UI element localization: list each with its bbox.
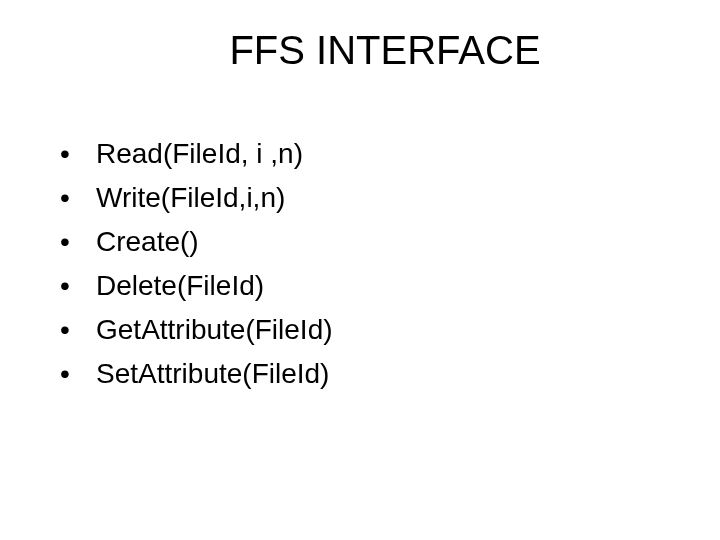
bullet-text: Create()	[96, 221, 680, 263]
bullet-text: Write(FileId,i,n)	[96, 177, 680, 219]
bullet-icon: •	[60, 177, 96, 219]
list-item: • Write(FileId,i,n)	[60, 177, 680, 219]
list-item: • SetAttribute(FileId)	[60, 353, 680, 395]
bullet-icon: •	[60, 353, 96, 395]
bullet-text: SetAttribute(FileId)	[96, 353, 680, 395]
bullet-icon: •	[60, 221, 96, 263]
slide: FFS INTERFACE • Read(FileId, i ,n) • Wri…	[0, 0, 720, 540]
bullet-text: GetAttribute(FileId)	[96, 309, 680, 351]
bullet-icon: •	[60, 309, 96, 351]
bullet-icon: •	[60, 265, 96, 307]
bullet-list: • Read(FileId, i ,n) • Write(FileId,i,n)…	[40, 133, 680, 395]
list-item: • GetAttribute(FileId)	[60, 309, 680, 351]
bullet-text: Read(FileId, i ,n)	[96, 133, 680, 175]
list-item: • Read(FileId, i ,n)	[60, 133, 680, 175]
list-item: • Delete(FileId)	[60, 265, 680, 307]
slide-title: FFS INTERFACE	[90, 28, 680, 73]
list-item: • Create()	[60, 221, 680, 263]
bullet-icon: •	[60, 133, 96, 175]
bullet-text: Delete(FileId)	[96, 265, 680, 307]
